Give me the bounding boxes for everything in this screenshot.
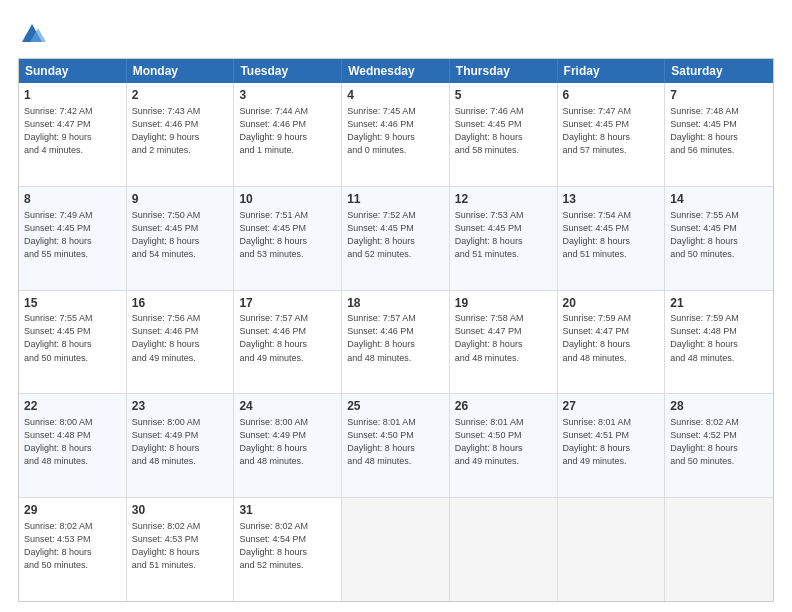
day-info: Sunrise: 8:01 AMSunset: 4:50 PMDaylight:… (455, 416, 552, 468)
day-number: 10 (239, 191, 336, 208)
day-info: Sunrise: 8:02 AMSunset: 4:52 PMDaylight:… (670, 416, 768, 468)
day-number: 5 (455, 87, 552, 104)
day-cell-5: 5Sunrise: 7:46 AMSunset: 4:45 PMDaylight… (450, 83, 558, 186)
day-number: 8 (24, 191, 121, 208)
day-cell-4: 4Sunrise: 7:45 AMSunset: 4:46 PMDaylight… (342, 83, 450, 186)
day-number: 12 (455, 191, 552, 208)
day-cell-19: 19Sunrise: 7:58 AMSunset: 4:47 PMDayligh… (450, 291, 558, 394)
day-cell-7: 7Sunrise: 7:48 AMSunset: 4:45 PMDaylight… (665, 83, 773, 186)
calendar-row-1: 1Sunrise: 7:42 AMSunset: 4:47 PMDaylight… (19, 83, 773, 187)
day-number: 30 (132, 502, 229, 519)
day-number: 28 (670, 398, 768, 415)
day-info: Sunrise: 7:55 AMSunset: 4:45 PMDaylight:… (24, 312, 121, 364)
day-cell-22: 22Sunrise: 8:00 AMSunset: 4:48 PMDayligh… (19, 394, 127, 497)
day-info: Sunrise: 8:00 AMSunset: 4:49 PMDaylight:… (239, 416, 336, 468)
day-cell-17: 17Sunrise: 7:57 AMSunset: 4:46 PMDayligh… (234, 291, 342, 394)
empty-cell (665, 498, 773, 601)
day-info: Sunrise: 8:01 AMSunset: 4:50 PMDaylight:… (347, 416, 444, 468)
page: SundayMondayTuesdayWednesdayThursdayFrid… (0, 0, 792, 612)
day-info: Sunrise: 7:51 AMSunset: 4:45 PMDaylight:… (239, 209, 336, 261)
day-info: Sunrise: 7:47 AMSunset: 4:45 PMDaylight:… (563, 105, 660, 157)
day-cell-27: 27Sunrise: 8:01 AMSunset: 4:51 PMDayligh… (558, 394, 666, 497)
day-info: Sunrise: 7:59 AMSunset: 4:48 PMDaylight:… (670, 312, 768, 364)
day-number: 4 (347, 87, 444, 104)
day-info: Sunrise: 7:42 AMSunset: 4:47 PMDaylight:… (24, 105, 121, 157)
empty-cell (450, 498, 558, 601)
day-info: Sunrise: 8:01 AMSunset: 4:51 PMDaylight:… (563, 416, 660, 468)
day-cell-15: 15Sunrise: 7:55 AMSunset: 4:45 PMDayligh… (19, 291, 127, 394)
day-cell-31: 31Sunrise: 8:02 AMSunset: 4:54 PMDayligh… (234, 498, 342, 601)
day-number: 3 (239, 87, 336, 104)
day-number: 1 (24, 87, 121, 104)
calendar-row-3: 15Sunrise: 7:55 AMSunset: 4:45 PMDayligh… (19, 291, 773, 395)
weekday-header-saturday: Saturday (665, 59, 773, 83)
day-cell-9: 9Sunrise: 7:50 AMSunset: 4:45 PMDaylight… (127, 187, 235, 290)
day-info: Sunrise: 8:02 AMSunset: 4:53 PMDaylight:… (24, 520, 121, 572)
day-info: Sunrise: 7:46 AMSunset: 4:45 PMDaylight:… (455, 105, 552, 157)
day-number: 24 (239, 398, 336, 415)
day-cell-1: 1Sunrise: 7:42 AMSunset: 4:47 PMDaylight… (19, 83, 127, 186)
day-number: 19 (455, 295, 552, 312)
empty-cell (342, 498, 450, 601)
day-cell-29: 29Sunrise: 8:02 AMSunset: 4:53 PMDayligh… (19, 498, 127, 601)
calendar-row-2: 8Sunrise: 7:49 AMSunset: 4:45 PMDaylight… (19, 187, 773, 291)
day-info: Sunrise: 7:59 AMSunset: 4:47 PMDaylight:… (563, 312, 660, 364)
day-number: 22 (24, 398, 121, 415)
day-info: Sunrise: 7:58 AMSunset: 4:47 PMDaylight:… (455, 312, 552, 364)
day-cell-14: 14Sunrise: 7:55 AMSunset: 4:45 PMDayligh… (665, 187, 773, 290)
day-cell-11: 11Sunrise: 7:52 AMSunset: 4:45 PMDayligh… (342, 187, 450, 290)
day-cell-21: 21Sunrise: 7:59 AMSunset: 4:48 PMDayligh… (665, 291, 773, 394)
day-info: Sunrise: 7:50 AMSunset: 4:45 PMDaylight:… (132, 209, 229, 261)
weekday-header-wednesday: Wednesday (342, 59, 450, 83)
logo (18, 18, 48, 48)
day-number: 25 (347, 398, 444, 415)
day-info: Sunrise: 7:56 AMSunset: 4:46 PMDaylight:… (132, 312, 229, 364)
weekday-header-tuesday: Tuesday (234, 59, 342, 83)
day-cell-12: 12Sunrise: 7:53 AMSunset: 4:45 PMDayligh… (450, 187, 558, 290)
day-info: Sunrise: 7:43 AMSunset: 4:46 PMDaylight:… (132, 105, 229, 157)
day-number: 13 (563, 191, 660, 208)
day-info: Sunrise: 7:54 AMSunset: 4:45 PMDaylight:… (563, 209, 660, 261)
calendar-row-4: 22Sunrise: 8:00 AMSunset: 4:48 PMDayligh… (19, 394, 773, 498)
calendar: SundayMondayTuesdayWednesdayThursdayFrid… (18, 58, 774, 602)
day-info: Sunrise: 7:55 AMSunset: 4:45 PMDaylight:… (670, 209, 768, 261)
day-info: Sunrise: 7:44 AMSunset: 4:46 PMDaylight:… (239, 105, 336, 157)
day-info: Sunrise: 7:49 AMSunset: 4:45 PMDaylight:… (24, 209, 121, 261)
day-cell-30: 30Sunrise: 8:02 AMSunset: 4:53 PMDayligh… (127, 498, 235, 601)
day-info: Sunrise: 7:45 AMSunset: 4:46 PMDaylight:… (347, 105, 444, 157)
empty-cell (558, 498, 666, 601)
day-cell-18: 18Sunrise: 7:57 AMSunset: 4:46 PMDayligh… (342, 291, 450, 394)
day-number: 20 (563, 295, 660, 312)
day-number: 27 (563, 398, 660, 415)
weekday-header-sunday: Sunday (19, 59, 127, 83)
day-cell-3: 3Sunrise: 7:44 AMSunset: 4:46 PMDaylight… (234, 83, 342, 186)
day-number: 2 (132, 87, 229, 104)
day-cell-20: 20Sunrise: 7:59 AMSunset: 4:47 PMDayligh… (558, 291, 666, 394)
weekday-header-thursday: Thursday (450, 59, 558, 83)
header (18, 18, 774, 48)
day-number: 23 (132, 398, 229, 415)
day-cell-24: 24Sunrise: 8:00 AMSunset: 4:49 PMDayligh… (234, 394, 342, 497)
day-cell-25: 25Sunrise: 8:01 AMSunset: 4:50 PMDayligh… (342, 394, 450, 497)
day-cell-26: 26Sunrise: 8:01 AMSunset: 4:50 PMDayligh… (450, 394, 558, 497)
day-number: 6 (563, 87, 660, 104)
weekday-header-friday: Friday (558, 59, 666, 83)
day-info: Sunrise: 7:48 AMSunset: 4:45 PMDaylight:… (670, 105, 768, 157)
day-number: 7 (670, 87, 768, 104)
day-number: 31 (239, 502, 336, 519)
day-number: 14 (670, 191, 768, 208)
day-number: 9 (132, 191, 229, 208)
day-number: 26 (455, 398, 552, 415)
day-cell-6: 6Sunrise: 7:47 AMSunset: 4:45 PMDaylight… (558, 83, 666, 186)
day-cell-28: 28Sunrise: 8:02 AMSunset: 4:52 PMDayligh… (665, 394, 773, 497)
day-info: Sunrise: 8:00 AMSunset: 4:48 PMDaylight:… (24, 416, 121, 468)
day-number: 15 (24, 295, 121, 312)
day-cell-23: 23Sunrise: 8:00 AMSunset: 4:49 PMDayligh… (127, 394, 235, 497)
logo-icon (18, 20, 46, 48)
calendar-header: SundayMondayTuesdayWednesdayThursdayFrid… (19, 59, 773, 83)
day-cell-13: 13Sunrise: 7:54 AMSunset: 4:45 PMDayligh… (558, 187, 666, 290)
day-info: Sunrise: 7:52 AMSunset: 4:45 PMDaylight:… (347, 209, 444, 261)
calendar-body: 1Sunrise: 7:42 AMSunset: 4:47 PMDaylight… (19, 83, 773, 601)
day-info: Sunrise: 8:00 AMSunset: 4:49 PMDaylight:… (132, 416, 229, 468)
calendar-row-5: 29Sunrise: 8:02 AMSunset: 4:53 PMDayligh… (19, 498, 773, 601)
